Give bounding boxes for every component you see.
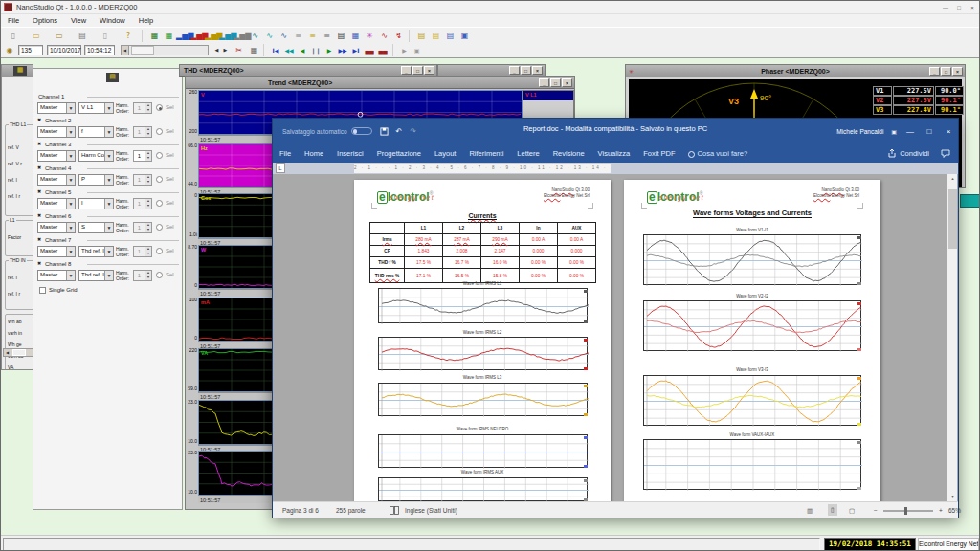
zoom-level[interactable]: 65% [948, 507, 961, 514]
sel-radio[interactable] [156, 200, 163, 207]
scroll-thumb[interactable] [948, 189, 957, 249]
play-icon[interactable]: ▶ [323, 44, 336, 56]
tab-revisione[interactable]: Revisione [546, 149, 591, 158]
zoom-slider-thumb[interactable] [904, 507, 907, 515]
rewind-icon[interactable]: ◀◀ [282, 44, 296, 56]
waveform-red-icon[interactable]: ∿ [377, 30, 391, 42]
tab-lettere[interactable]: Lettere [510, 149, 546, 158]
save-disabled-icon[interactable]: ▣ [411, 44, 423, 56]
chart-yellow-icon[interactable]: ▂▅▇ [205, 30, 219, 42]
word-minimize-button[interactable]: — [901, 127, 920, 136]
timeline-thumb[interactable] [131, 46, 154, 55]
word-maximize-button[interactable]: □ [920, 127, 939, 136]
tabstop-selector[interactable]: L [276, 163, 285, 173]
tab-riferimenti[interactable]: Riferimenti [462, 149, 510, 158]
ribbon-options-icon[interactable]: ▣ [891, 128, 897, 135]
phaser-maximize-button[interactable]: □ [941, 67, 951, 76]
channel-param-dropdown[interactable]: Thd ref. I▼ [78, 270, 114, 281]
stacked-bars-icon[interactable]: ▤ [334, 30, 348, 42]
channel-source-dropdown[interactable]: Master▼ [37, 174, 76, 186]
zoom-slider[interactable] [883, 510, 933, 512]
spinner-arrows-icon[interactable]: ▲▼ [145, 199, 151, 209]
harm-order-spinner[interactable]: 1▲▼ [133, 150, 152, 162]
phasor-icon[interactable]: ✳ [363, 30, 377, 42]
new-file-icon[interactable]: ▯ [3, 30, 24, 42]
word-count[interactable]: 255 parole [336, 507, 366, 514]
tab-inserisci[interactable]: Inserisci [330, 149, 370, 158]
channel-param-dropdown[interactable]: I▼ [78, 198, 114, 209]
remove-channel-icon[interactable]: ✖ [37, 141, 41, 146]
tab-progettazione[interactable]: Progettazione [370, 149, 428, 158]
channel-param-dropdown[interactable]: S▼ [78, 222, 114, 233]
chart-gray-icon[interactable]: ▂▅▇ [234, 30, 248, 42]
harmonics-yellow-icon[interactable]: ≡ [305, 30, 320, 42]
sel-radio[interactable] [156, 152, 163, 159]
channel-source-dropdown[interactable]: Master▼ [37, 102, 76, 114]
word-vscrollbar[interactable]: ▲ ▼ [947, 174, 957, 501]
remove-channel-icon[interactable]: ✖ [37, 260, 41, 266]
spinner-arrows-icon[interactable]: ▲▼ [145, 151, 151, 161]
hidden-window-minimize-button[interactable]: _ [509, 66, 520, 75]
menu-options[interactable]: Options [26, 16, 64, 25]
scroll-up-icon[interactable]: ▲ [947, 176, 958, 181]
channel-source-dropdown[interactable]: Master▼ [37, 150, 76, 162]
tab-visualizza[interactable]: Visualizza [591, 149, 637, 158]
scroll-down-icon[interactable]: ▼ [947, 495, 958, 499]
clipboard-icon[interactable]: ▣ [457, 30, 472, 42]
sel-radio[interactable] [156, 272, 163, 278]
skip-start-icon[interactable]: I◀ [269, 44, 282, 56]
energy-icon[interactable]: ↯ [391, 30, 406, 42]
autosave-toggle[interactable] [351, 127, 372, 135]
maximize-button[interactable]: □ [952, 3, 966, 12]
fast-forward-icon[interactable]: ▶▶ [336, 44, 349, 56]
chart-blue-icon[interactable]: ▂▅▇ [176, 30, 190, 42]
play-disabled-icon[interactable]: ▶ [398, 44, 411, 56]
scroll-left-icon[interactable]: ◀ [4, 349, 11, 356]
close-button[interactable]: × [966, 3, 979, 12]
remove-channel-icon[interactable]: ✖ [37, 236, 41, 242]
channel-source-dropdown[interactable]: Master▼ [37, 222, 76, 233]
measures-hscrollbar[interactable]: ◀ [3, 348, 33, 357]
scroll-left-icon[interactable]: ◀ [122, 46, 129, 55]
grid-green-icon[interactable]: ▦ [147, 30, 162, 42]
chart-cyan-icon[interactable]: ▂▅▇ [219, 30, 234, 42]
channel-source-dropdown[interactable]: Master▼ [37, 246, 76, 257]
open-project-icon[interactable]: ▭ [49, 30, 70, 42]
menu-view[interactable]: View [64, 16, 93, 25]
report-icon[interactable]: ▤ [414, 30, 429, 42]
spinner-arrows-icon[interactable]: ▲▼ [145, 223, 151, 232]
remove-channel-icon[interactable]: ✖ [37, 188, 41, 194]
tab-layout[interactable]: Layout [428, 149, 463, 158]
pause-icon[interactable]: ❙❙ [309, 44, 323, 56]
help-icon[interactable]: ? [118, 30, 139, 42]
phaser-minimize-button[interactable]: _ [929, 67, 940, 76]
grid-icon[interactable]: ▦ [248, 44, 260, 56]
spin-left-icon[interactable]: ◀ [212, 44, 221, 56]
open-file-icon[interactable]: ▭ [26, 30, 47, 42]
channel-param-dropdown[interactable]: Thd ref. I▼ [78, 246, 114, 257]
channel-source-dropdown[interactable]: Master▼ [37, 126, 76, 138]
undo-icon[interactable]: ↶ [396, 127, 403, 136]
sel-radio[interactable] [156, 128, 163, 135]
harm-order-spinner[interactable]: 1▲▼ [133, 222, 152, 233]
harm-order-spinner[interactable]: 1▲▼ [133, 102, 152, 114]
export-icon[interactable]: ▯ [95, 30, 116, 42]
time-field[interactable]: 10:54:12 [84, 45, 115, 55]
tab-foxit-pdf[interactable]: Foxit PDF [636, 149, 681, 158]
tab-home[interactable]: Home [298, 149, 330, 158]
scope2-icon[interactable]: ∿ [262, 30, 277, 42]
comment-icon[interactable] [941, 149, 950, 158]
report-blue-icon[interactable]: ▤ [443, 30, 457, 42]
timeline-scrollbar[interactable]: ◀ [121, 45, 209, 55]
trend-icon[interactable]: ∿ [277, 30, 291, 42]
word-close-button[interactable]: × [939, 127, 958, 136]
thd-maximize-button[interactable]: □ [412, 66, 423, 75]
print-icon[interactable]: ▤ [72, 30, 93, 42]
scroll-thumb[interactable] [12, 349, 26, 356]
interval-field[interactable]: 135 [18, 45, 43, 55]
remove-channel-icon[interactable]: ✖ [37, 165, 41, 170]
single-grid-checkbox[interactable] [39, 287, 46, 294]
channel-param-dropdown[interactable]: Harm Cos▼ [78, 150, 114, 162]
zoom-in-button[interactable]: + [939, 507, 943, 514]
spinner-arrows-icon[interactable]: ▲▼ [145, 103, 151, 113]
